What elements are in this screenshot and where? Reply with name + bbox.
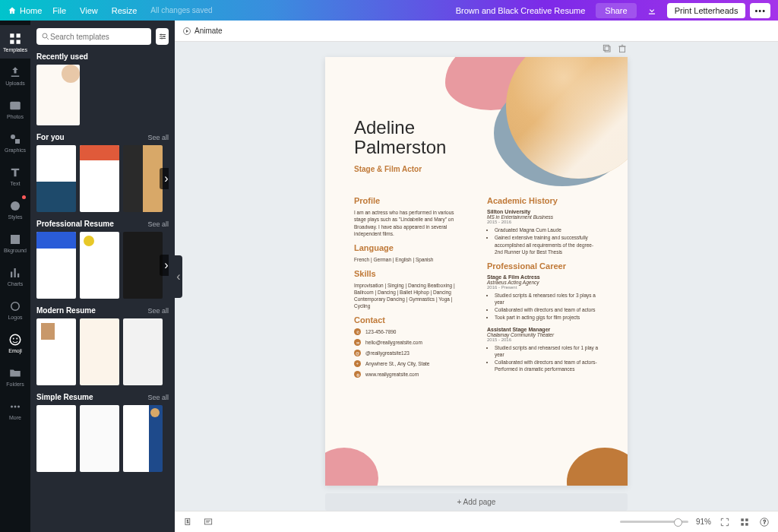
rail-logos[interactable]: Logos <box>0 293 30 326</box>
contact-address: ⌖Anywhere St., Any City, State <box>354 360 467 367</box>
svg-rect-29 <box>741 523 744 526</box>
template-thumb[interactable] <box>80 318 119 385</box>
view-menu[interactable]: View <box>80 6 98 15</box>
top-menu-bar: Home File View Resize All changes saved … <box>0 0 778 21</box>
svg-rect-30 <box>745 523 748 526</box>
new-badge-dot <box>22 195 26 199</box>
svg-rect-21 <box>605 46 610 52</box>
rail-photos[interactable]: Photos <box>0 92 30 125</box>
template-thumb[interactable] <box>36 232 76 299</box>
home-button[interactable]: Home <box>8 6 42 15</box>
see-all-link[interactable]: See all <box>147 394 169 401</box>
grid-icon <box>739 517 750 527</box>
template-thumb[interactable] <box>123 145 163 212</box>
svg-rect-4 <box>10 101 21 109</box>
notes-button[interactable] <box>202 516 214 528</box>
print-button[interactable]: Print Letterheads <box>667 3 746 18</box>
search-box[interactable] <box>36 28 151 45</box>
template-thumb[interactable] <box>80 145 119 212</box>
template-thumb[interactable] <box>123 232 163 299</box>
share-button[interactable]: Share <box>596 3 636 18</box>
rail-charts[interactable]: Charts <box>0 259 30 293</box>
context-toolbar: Animate <box>175 21 778 42</box>
career2-dates: 2015 - 2016 <box>487 337 600 342</box>
fullscreen-button[interactable] <box>719 516 731 528</box>
template-thumb[interactable] <box>123 318 163 385</box>
rail-emoji[interactable]: Emoji <box>0 326 30 359</box>
template-thumb[interactable] <box>36 145 76 212</box>
rail-more[interactable]: More <box>0 393 30 426</box>
filter-button[interactable] <box>156 28 169 45</box>
section-for-you: For youSee all › <box>36 133 169 212</box>
document-title[interactable]: Brown and Black Creative Resume <box>456 6 586 15</box>
help-button[interactable]: ? <box>758 516 770 528</box>
zoom-slider[interactable] <box>620 521 688 523</box>
emoji-icon <box>8 333 22 347</box>
add-page-button[interactable]: + Add page <box>325 493 628 511</box>
see-all-link[interactable]: See all <box>147 307 169 315</box>
rail-styles[interactable]: Styles <box>0 192 30 226</box>
grid-view-button[interactable] <box>738 516 751 528</box>
templates-panel: ‹ Recently used For youSee all › <box>30 21 175 532</box>
section-recently-used: Recently used <box>36 52 169 125</box>
career2-org: Chalamay Community Theater <box>487 332 600 337</box>
svg-rect-8 <box>11 235 20 244</box>
svg-text:?: ? <box>764 519 767 524</box>
home-icon <box>8 6 17 15</box>
canvas-scroll[interactable]: AdelinePalmerston Stage & Film Actor Pro… <box>175 42 778 511</box>
rail-templates[interactable]: Templates <box>0 25 30 59</box>
download-button[interactable] <box>643 3 661 18</box>
file-menu[interactable]: File <box>52 6 66 15</box>
styles-icon <box>8 199 22 213</box>
zoom-label: 91% <box>696 518 711 526</box>
template-thumb[interactable] <box>80 405 119 472</box>
language-text: French | German | English | Spanish <box>354 256 467 263</box>
rail-graphics[interactable]: Graphics <box>0 125 30 159</box>
svg-point-13 <box>11 405 13 407</box>
svg-rect-3 <box>17 40 21 43</box>
template-thumb[interactable] <box>80 232 119 299</box>
section-modern: Modern ResumeSee all <box>36 306 169 385</box>
delete-page-button[interactable] <box>617 43 628 54</box>
career2-bullets: Studied scripts and rehearsed roles for … <box>487 344 600 372</box>
carousel-next[interactable]: › <box>160 255 169 276</box>
logos-icon <box>8 299 22 313</box>
skills-heading: Skills <box>354 269 467 278</box>
animate-icon <box>182 27 191 36</box>
template-thumb[interactable] <box>36 65 80 125</box>
folders-icon <box>8 366 22 380</box>
page-manager-button[interactable]: 1 <box>182 516 194 528</box>
career-heading: Professional Career <box>487 261 600 271</box>
template-thumb[interactable] <box>36 405 76 472</box>
svg-point-14 <box>14 405 17 407</box>
resize-menu[interactable]: Resize <box>112 6 138 15</box>
academic-school: Sillton University <box>487 209 600 214</box>
academic-bullets: Graduated Magna Cum Laude Gained extensi… <box>487 226 600 255</box>
rail-text[interactable]: Text <box>0 159 30 192</box>
svg-point-17 <box>160 34 162 36</box>
svg-point-19 <box>161 38 163 40</box>
see-all-link[interactable]: See all <box>147 220 169 228</box>
duplicate-page-button[interactable] <box>602 43 612 54</box>
resume-page[interactable]: AdelinePalmerston Stage & Film Actor Pro… <box>325 57 628 486</box>
search-input[interactable] <box>50 33 147 41</box>
template-thumb[interactable] <box>36 318 76 385</box>
more-button[interactable]: ••• <box>750 3 770 18</box>
notes-icon <box>203 517 213 527</box>
svg-point-16 <box>43 33 47 38</box>
resume-name: AdelinePalmerston <box>354 118 600 157</box>
carousel-next[interactable]: › <box>160 168 169 189</box>
rail-uploads[interactable]: Uploads <box>0 59 30 92</box>
template-thumb[interactable] <box>123 405 163 472</box>
pin-icon: ⌖ <box>354 360 361 367</box>
more-icon <box>8 400 22 413</box>
rail-background[interactable]: Bkground <box>0 226 30 259</box>
rail-folders[interactable]: Folders <box>0 359 30 393</box>
svg-point-12 <box>16 337 17 339</box>
animate-button[interactable]: Animate <box>182 27 223 36</box>
panel-collapse-toggle[interactable]: ‹ <box>175 255 182 298</box>
contact-email: ✉hello@reallygreatsite.com <box>354 339 467 346</box>
see-all-link[interactable]: See all <box>147 134 169 141</box>
contact-phone: ✆123-456-7890 <box>354 328 467 335</box>
left-icon-rail: Templates Uploads Photos Graphics Text S… <box>0 21 30 532</box>
